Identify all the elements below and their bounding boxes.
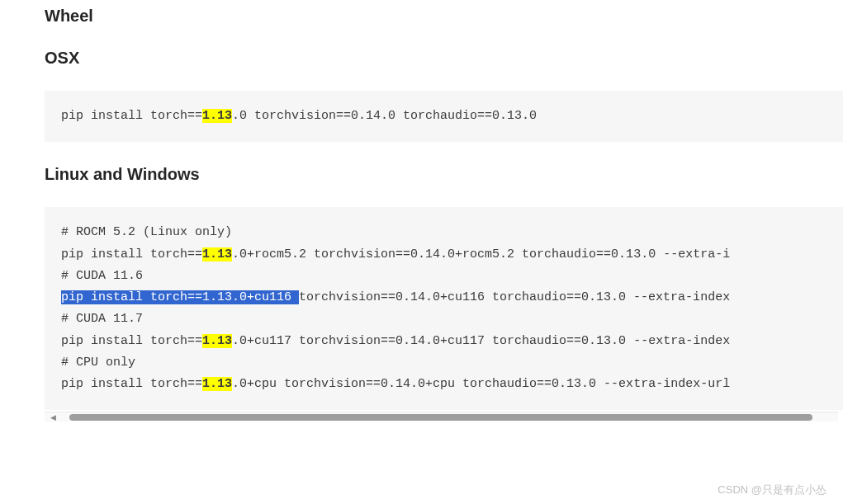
search-highlight: 1.13 — [202, 109, 232, 123]
scrollbar-thumb[interactable] — [69, 414, 812, 421]
text-selection: pip install torch==1.13.0+cu116 — [61, 290, 299, 304]
code-line: pip install torch==1.13.0+cpu torchvisio… — [61, 374, 826, 395]
search-highlight: 1.13 — [202, 247, 232, 261]
code-comment: # CUDA 11.7 — [61, 309, 826, 330]
code-line: pip install torch==1.13.0+cu116 torchvis… — [61, 287, 826, 309]
search-highlight: 1.13 — [202, 334, 232, 348]
code-text: pip install torch== — [61, 247, 202, 261]
code-text: .0+cpu torchvision==0.14.0+cpu torchaudi… — [232, 377, 730, 391]
heading-wheel: Wheel — [45, 7, 843, 26]
heading-osx: OSX — [45, 49, 843, 68]
code-text: .0+rocm5.2 torchvision==0.14.0+rocm5.2 t… — [232, 247, 730, 261]
heading-linux-windows: Linux and Windows — [45, 165, 843, 184]
code-line: pip install torch==1.13.0 torchvision==0… — [61, 106, 826, 127]
code-comment: # CUDA 11.6 — [61, 266, 826, 287]
code-text: torchvision==0.14.0+cu116 torchaudio==0.… — [299, 290, 730, 304]
watermark: CSDN @只是有点小怂 — [717, 483, 826, 497]
code-comment: # CPU only — [61, 352, 826, 374]
horizontal-scrollbar[interactable]: ◀ — [45, 412, 838, 422]
code-text: .0+cu117 torchvision==0.14.0+cu117 torch… — [232, 334, 730, 348]
code-comment: # ROCM 5.2 (Linux only) — [61, 222, 826, 243]
code-text: pip install torch== — [61, 377, 202, 391]
code-text: pip install torch== — [61, 109, 202, 123]
code-text: pip install torch== — [61, 334, 202, 348]
search-highlight: 1.13 — [202, 377, 232, 391]
code-line: pip install torch==1.13.0+cu117 torchvis… — [61, 331, 826, 352]
code-text: .0 torchvision==0.14.0 torchaudio==0.13.… — [232, 109, 537, 123]
scroll-left-arrow-icon[interactable]: ◀ — [48, 412, 58, 422]
code-block-osx[interactable]: pip install torch==1.13.0 torchvision==0… — [45, 91, 843, 142]
code-block-linux-windows[interactable]: # ROCM 5.2 (Linux only) pip install torc… — [45, 207, 843, 410]
code-line: pip install torch==1.13.0+rocm5.2 torchv… — [61, 244, 826, 266]
